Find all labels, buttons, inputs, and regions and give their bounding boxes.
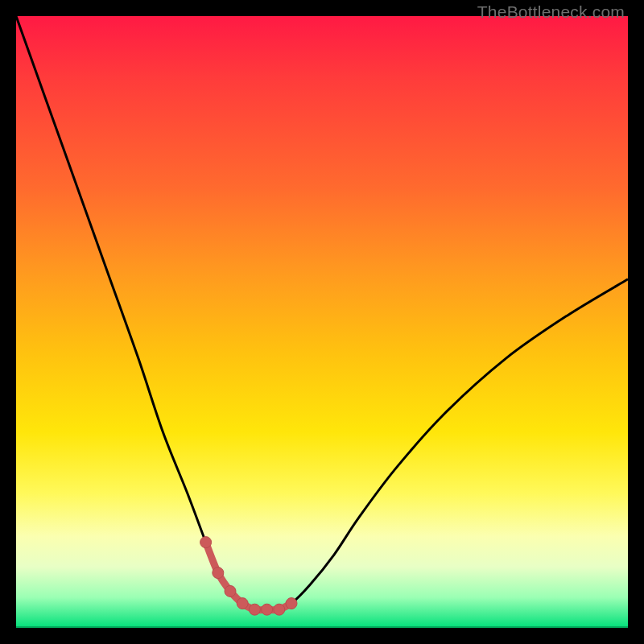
highlight-marker [286,598,297,609]
highlight-marker [249,604,260,615]
plot-area [16,16,628,628]
baseline [16,626,628,628]
highlight-markers [200,537,297,616]
highlight-marker [274,604,285,615]
chart-frame: TheBottleneck.com [0,0,644,644]
highlight-marker [213,568,224,579]
bottleneck-curve [16,16,628,610]
highlight-segment [206,543,291,610]
curve-layer [16,16,628,628]
highlight-marker [262,604,273,615]
highlight-marker [237,598,248,609]
highlight-marker [225,585,236,597]
highlight-marker [200,537,212,548]
